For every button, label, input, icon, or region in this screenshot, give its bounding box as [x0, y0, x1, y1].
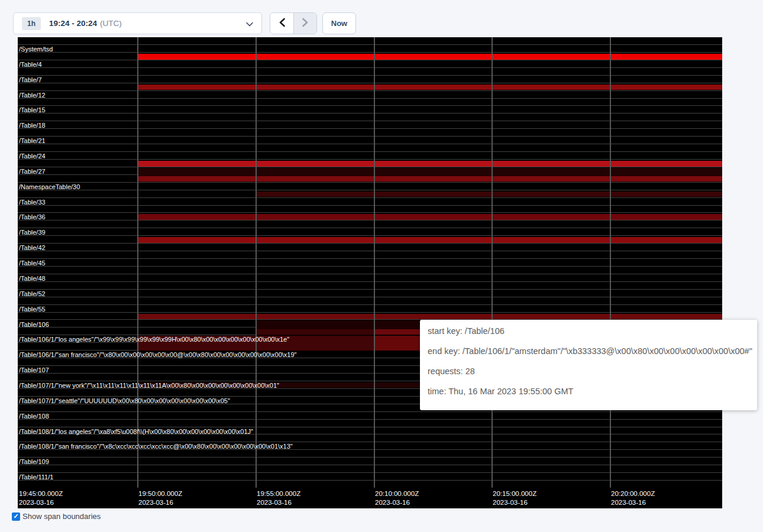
- row-label: /System/tsd: [19, 46, 53, 53]
- x-axis-time: 20:10:00.000Z: [375, 489, 419, 498]
- next-time-button[interactable]: [293, 13, 316, 34]
- x-axis-tick: 20:15:00.000Z2023-03-16: [493, 489, 536, 507]
- row-label: /Table/21: [19, 137, 46, 144]
- heatmap-row: /System/tsd: [18, 45, 722, 60]
- heatmap-row: /Table/15: [18, 106, 722, 121]
- heatmap-row: /Table/4: [18, 60, 722, 76]
- row-label: /Table/108: [19, 413, 49, 420]
- heat-band: [256, 192, 722, 197]
- time-gridline: [137, 37, 138, 488]
- heatmap-row: /Table/33: [18, 198, 722, 213]
- heatmap-row: /Table/108: [18, 412, 722, 427]
- row-label: /Table/15: [19, 106, 46, 113]
- heatmap-row: /Table/42: [18, 244, 722, 259]
- x-axis-date: 2023-03-16: [257, 498, 300, 507]
- heatmap-row: /NamespaceTable/30: [18, 183, 722, 198]
- chevron-down-icon: [246, 18, 253, 29]
- row-label: /Table/107/1/"seattle"/"UUUUUUD\x00\x80\…: [19, 397, 230, 404]
- now-button[interactable]: Now: [322, 12, 356, 34]
- row-label: /Table/52: [19, 290, 46, 297]
- heatmap-row: /Table/18: [18, 121, 722, 137]
- row-label: /Table/12: [19, 92, 46, 99]
- heatmap-rows: /System/tsd/Table/4/Table/7/Table/12/Tab…: [18, 44, 722, 488]
- row-label: /Table/33: [19, 199, 46, 206]
- x-axis-date: 2023-03-16: [19, 498, 63, 507]
- x-axis-date: 2023-03-16: [138, 498, 182, 507]
- row-label: /Table/108/1/"los angeles"/"\xa8\xf5\u00…: [19, 428, 253, 435]
- row-label: /Table/107/1/"new york"/"\x11\x11\x11\x1…: [19, 382, 279, 389]
- heatmap-row: /Table/39: [18, 228, 722, 244]
- heat-band: [137, 314, 722, 320]
- time-gridline: [374, 37, 375, 488]
- time-nav-group: [270, 12, 317, 34]
- heat-band: [137, 54, 722, 60]
- x-axis-date: 2023-03-16: [493, 498, 536, 507]
- heatmap-row: /Table/109: [18, 458, 722, 473]
- tooltip-line: end key: /Table/106/1/"amsterdam"/"\xb33…: [428, 341, 757, 361]
- tooltip-line: requests: 28: [428, 361, 757, 381]
- x-axis-time: 20:15:00.000Z: [493, 489, 536, 498]
- row-label: /Table/4: [19, 61, 42, 68]
- show-span-boundaries-label: Show span boundaries: [22, 512, 101, 521]
- x-axis-tick: 20:10:00.000Z2023-03-16: [375, 489, 419, 507]
- heat-band: [137, 176, 722, 182]
- x-axis-time: 19:55:00.000Z: [257, 489, 300, 498]
- row-label: /Table/107: [19, 366, 49, 374]
- x-axis-date: 2023-03-16: [375, 498, 419, 507]
- previous-time-button[interactable]: [270, 13, 293, 34]
- x-axis-tick: 19:45:00.000Z2023-03-16: [19, 489, 63, 507]
- heat-band: [137, 214, 722, 220]
- row-label: /Table/48: [19, 275, 46, 282]
- heatmap-row: /Table/36: [18, 213, 722, 228]
- x-axis-tick: 20:20:00.000Z2023-03-16: [611, 489, 655, 507]
- heatmap-row: /Table/45: [18, 259, 722, 274]
- x-axis-tick: 19:50:00.000Z2023-03-16: [138, 489, 182, 507]
- time-gridline: [492, 37, 493, 488]
- row-label: /Table/45: [19, 259, 46, 267]
- tooltip-line: time: Thu, 16 Mar 2023 19:55:00 GMT: [428, 381, 757, 401]
- row-label: /Table/39: [19, 229, 46, 236]
- x-axis-time: 19:50:00.000Z: [138, 489, 182, 498]
- span-tooltip: start key: /Table/106end key: /Table/106…: [420, 320, 757, 410]
- show-span-boundaries-checkbox[interactable]: ✓: [12, 512, 20, 521]
- chevron-right-icon: [302, 18, 309, 29]
- row-label: /Table/7: [19, 76, 42, 83]
- time-gridline: [256, 37, 257, 488]
- x-axis-tick: 19:55:00.000Z2023-03-16: [257, 489, 300, 507]
- chevron-left-icon: [279, 18, 286, 29]
- x-axis-time: 19:45:00.000Z: [19, 489, 63, 498]
- tooltip-line: start key: /Table/106: [428, 321, 757, 341]
- heatmap-row: /Table/48: [18, 274, 722, 290]
- row-label: /Table/24: [19, 153, 46, 160]
- heatmap-row: /Table/111/1: [18, 473, 722, 488]
- key-visualizer-canvas[interactable]: /System/tsd/Table/4/Table/7/Table/12/Tab…: [18, 37, 722, 508]
- heatmap-row: /Table/55: [18, 305, 722, 320]
- heat-band: [137, 85, 722, 90]
- heat-band: [137, 237, 722, 243]
- span-boundaries-control: ✓ Show span boundaries: [12, 512, 101, 521]
- row-label: /Table/111/1: [19, 473, 53, 481]
- x-axis-time: 20:20:00.000Z: [611, 489, 655, 498]
- time-gridline: [610, 37, 611, 488]
- row-label: /Table/18: [19, 122, 46, 129]
- time-range-timezone: (UTC): [100, 19, 122, 28]
- time-range-select[interactable]: 1h 19:24 - 20:24 (UTC): [13, 12, 262, 34]
- time-range-preset-badge: 1h: [22, 17, 41, 30]
- heatmap-row: /Table/27: [18, 167, 722, 183]
- row-label: /Table/42: [19, 244, 46, 251]
- heat-band: [256, 329, 374, 335]
- row-label: /NamespaceTable/30: [19, 183, 80, 190]
- heat-band: [137, 161, 722, 167]
- row-label: /Table/36: [19, 213, 46, 220]
- row-label: /Table/27: [19, 168, 46, 175]
- time-range-label: 19:24 - 20:24: [49, 19, 97, 28]
- row-label: /Table/55: [19, 306, 46, 313]
- x-axis-date: 2023-03-16: [611, 498, 655, 507]
- heatmap-row: /Table/21: [18, 137, 722, 152]
- row-label: /Table/108/1/"san francisco"/"\x8c\xcc\x…: [19, 443, 293, 450]
- heatmap-row: /Table/24: [18, 152, 722, 167]
- row-label: /Table/106/1/"los angeles"/"\x99\x99\x99…: [19, 336, 289, 343]
- heatmap-row: /Table/12: [18, 91, 722, 106]
- heatmap-row: /Table/52: [18, 290, 722, 305]
- row-label: /Table/106/1/"san francisco"/"\x80\x00\x…: [19, 351, 297, 358]
